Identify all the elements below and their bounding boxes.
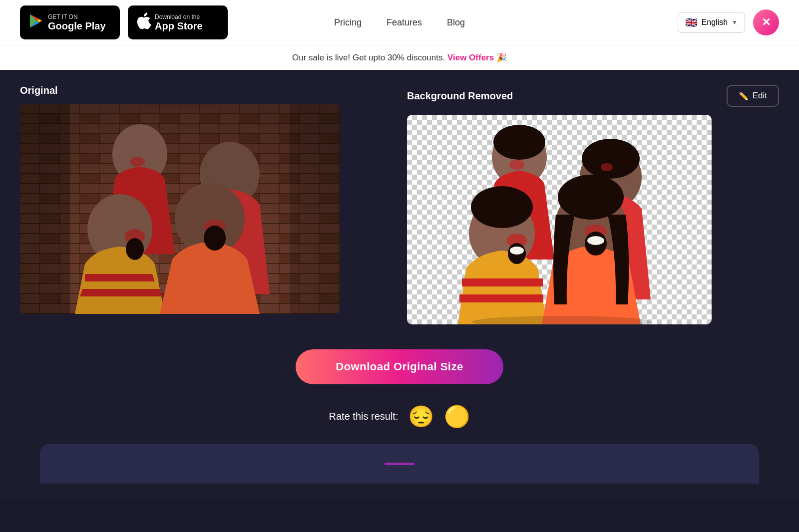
- nav-blog[interactable]: Blog: [447, 17, 465, 28]
- svg-point-40: [587, 236, 604, 245]
- processed-image-container: [407, 115, 712, 324]
- removed-header: Background Removed ✏️ Edit: [407, 85, 779, 107]
- original-image-container: [20, 104, 340, 314]
- google-play-badge[interactable]: GET IT ON Google Play: [20, 5, 120, 39]
- sad-rating-button[interactable]: 😔: [408, 404, 434, 429]
- nav-links: Pricing Features Blog: [334, 17, 465, 28]
- apple-icon: [136, 12, 151, 33]
- processed-image-svg: [407, 115, 712, 324]
- svg-point-30: [471, 186, 533, 228]
- svg-rect-29: [459, 294, 543, 302]
- nav-features[interactable]: Features: [387, 17, 422, 28]
- google-play-icon: [28, 13, 44, 32]
- original-label: Original: [20, 85, 58, 96]
- chevron-down-icon: ▼: [732, 19, 738, 26]
- rating-section: Rate this result: 😔 🟡: [329, 404, 470, 429]
- original-header: Original: [20, 85, 392, 96]
- svg-point-24: [493, 125, 545, 160]
- bottom-card-indicator: [385, 463, 414, 465]
- nav-left: GET IT ON Google Play Download on the Ap…: [20, 5, 228, 39]
- removed-label: Background Removed: [407, 90, 513, 102]
- app-store-line1: Download on the: [155, 13, 203, 20]
- app-store-line2: App Store: [155, 20, 203, 32]
- sale-banner: Our sale is live! Get upto 30% discounts…: [0, 45, 799, 70]
- original-image-svg: [20, 104, 340, 314]
- original-panel: Original: [20, 85, 392, 314]
- svg-point-32: [558, 175, 624, 220]
- svg-point-39: [510, 247, 524, 255]
- close-button[interactable]: ✕: [753, 9, 779, 35]
- bottom-card: [40, 444, 759, 484]
- rating-label: Rate this result:: [329, 411, 399, 422]
- app-store-badge[interactable]: Download on the App Store: [128, 5, 228, 39]
- google-play-line2: Google Play: [48, 20, 106, 32]
- view-offers-link[interactable]: View Offers: [447, 53, 494, 62]
- nav-right: 🇬🇧 English ▼ ✕: [678, 9, 779, 35]
- svg-rect-22: [20, 104, 340, 314]
- language-label: English: [702, 18, 728, 27]
- edit-button[interactable]: ✏️ Edit: [727, 85, 779, 107]
- language-selector[interactable]: 🇬🇧 English ▼: [678, 12, 745, 33]
- banner-emoji: 🎉: [496, 53, 507, 62]
- nav-bar: GET IT ON Google Play Download on the Ap…: [0, 0, 799, 45]
- google-play-text: GET IT ON Google Play: [48, 13, 106, 32]
- svg-point-35: [509, 160, 524, 170]
- neutral-rating-button[interactable]: 🟡: [444, 404, 470, 429]
- app-store-text: Download on the App Store: [155, 13, 203, 32]
- svg-point-36: [601, 163, 613, 171]
- removed-panel: Background Removed ✏️ Edit: [407, 85, 779, 324]
- svg-rect-28: [462, 278, 543, 286]
- download-section: Download Original Size Rate this result:…: [20, 324, 779, 444]
- images-row: Original: [20, 85, 779, 324]
- google-play-line1: GET IT ON: [48, 13, 106, 20]
- banner-text: Our sale is live! Get upto 30% discounts…: [292, 53, 445, 62]
- main-content: Original: [0, 70, 799, 499]
- download-original-button[interactable]: Download Original Size: [296, 349, 503, 384]
- svg-point-26: [582, 139, 640, 179]
- nav-pricing[interactable]: Pricing: [334, 17, 362, 28]
- pencil-icon: ✏️: [739, 91, 749, 101]
- flag-icon: 🇬🇧: [685, 16, 698, 28]
